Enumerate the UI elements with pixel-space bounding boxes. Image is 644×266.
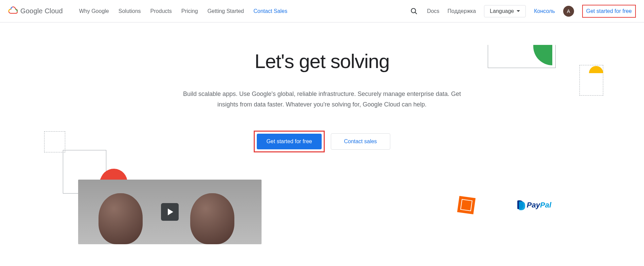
nav-getting-started[interactable]: Getting Started [208, 8, 244, 14]
top-header: Google Cloud Why Google Solutions Produc… [0, 0, 644, 22]
contact-sales-hero-label: Contact sales [344, 138, 377, 144]
paypal-text-pal: Pal [540, 201, 551, 209]
paypal-logo: PayPal [517, 200, 551, 210]
docs-link[interactable]: Docs [427, 8, 439, 14]
nav-products[interactable]: Products [150, 8, 172, 14]
lower-section: PayPal [0, 180, 644, 244]
video-thumbnail[interactable] [78, 180, 262, 244]
nav-solutions[interactable]: Solutions [119, 8, 141, 14]
brand-logo[interactable]: Google Cloud [8, 6, 63, 16]
get-started-hero-button[interactable]: Get started for free [257, 134, 321, 149]
avatar[interactable]: A [563, 6, 574, 17]
google-cloud-icon [8, 6, 18, 16]
console-link[interactable]: Консоль [534, 8, 555, 14]
home-depot-logo-icon [457, 196, 476, 214]
decorative-dashed-left [44, 131, 65, 152]
language-label: Language [490, 8, 514, 14]
search-icon[interactable] [409, 6, 419, 16]
paypal-text-pay: Pay [527, 201, 540, 209]
person-image-left [99, 193, 143, 244]
get-started-top-label: Get started for free [586, 8, 632, 14]
hero-cta-row: Get started for free Contact sales [0, 131, 644, 152]
nav-contact-sales[interactable]: Contact Sales [253, 8, 287, 14]
svg-line-1 [415, 12, 417, 14]
customer-logos-card: PayPal [427, 180, 583, 231]
get-started-hero-label: Get started for free [266, 138, 312, 144]
contact-sales-hero-button[interactable]: Contact sales [331, 133, 390, 150]
hero-subtitle: Build scalable apps. Use Google's global… [173, 89, 471, 110]
language-dropdown[interactable]: Language [484, 5, 526, 17]
hero-section: Let's get solving Build scalable apps. U… [0, 22, 644, 244]
get-started-top-button[interactable]: Get started for free [582, 5, 636, 18]
play-icon [161, 203, 179, 221]
paypal-mark-icon [517, 200, 525, 210]
person-image-right [190, 193, 234, 244]
support-link[interactable]: Поддержка [448, 8, 476, 14]
avatar-letter: A [567, 9, 570, 14]
brand-text: Google Cloud [20, 7, 63, 15]
nav-pricing[interactable]: Pricing [181, 8, 198, 14]
caret-down-icon [517, 10, 520, 12]
svg-point-0 [411, 8, 416, 13]
primary-nav: Why Google Solutions Products Pricing Ge… [79, 8, 287, 14]
nav-why-google[interactable]: Why Google [79, 8, 109, 14]
header-right: Docs Поддержка Language Консоль A Get st… [409, 5, 636, 18]
highlight-box: Get started for free [254, 131, 324, 152]
